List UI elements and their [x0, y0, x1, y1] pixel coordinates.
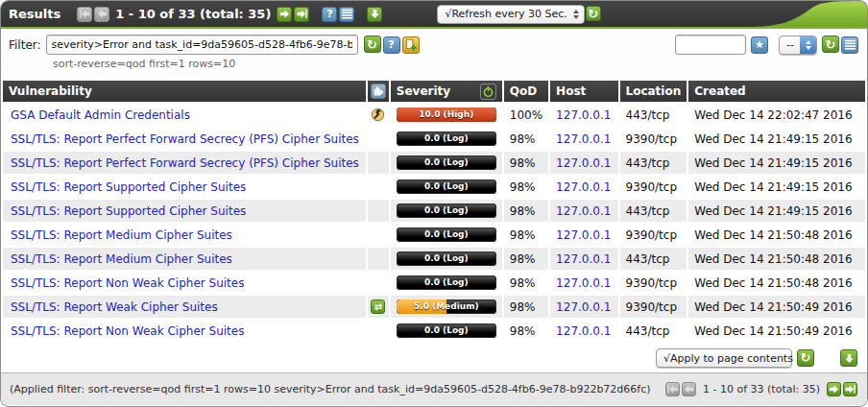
solution-type-cell: ⇄: [368, 296, 389, 318]
column-header-location[interactable]: Location: [620, 81, 687, 102]
created-cell: Wed Dec 14 21:49:15 2016: [688, 128, 865, 150]
next-page-button-top[interactable]: [277, 7, 292, 22]
host-cell: 127.0.0.1: [550, 296, 617, 318]
table-row: SSL/TLS: Report Non Weak Cipher Suites0.…: [3, 272, 865, 294]
column-header-created[interactable]: Created: [688, 81, 865, 102]
severity-cell: 0.0 (Log): [391, 224, 502, 246]
qod-cell: 98%: [504, 176, 548, 198]
refresh-interval-select[interactable]: √Refresh every 30 Sec.: [437, 5, 584, 24]
column-header-qod[interactable]: QoD: [504, 81, 548, 102]
filter-help-icon[interactable]: ?: [383, 36, 400, 54]
location-cell: 443/tcp: [620, 152, 687, 174]
vulnerability-cell: SSL/TLS: Report Non Weak Cipher Suites: [3, 272, 366, 294]
created-cell: Wed Dec 14 21:50:48 2016: [688, 224, 865, 246]
host-link[interactable]: 127.0.0.1: [556, 324, 611, 338]
location-cell: 443/tcp: [620, 200, 687, 222]
column-header-host[interactable]: Host: [550, 81, 617, 102]
vulnerability-link[interactable]: SSL/TLS: Report Non Weak Cipher Suites: [11, 276, 244, 290]
table-row: SSL/TLS: Report Supported Cipher Suites0…: [3, 200, 865, 222]
refresh-icon[interactable]: ↻: [586, 6, 601, 21]
saved-filters-select[interactable]: --: [779, 36, 817, 55]
pagination-range-top: 1 - 10 of 33 (total: 35): [115, 7, 271, 21]
severity-bar: 0.0 (Log): [397, 251, 496, 266]
toggle-overrides-icon[interactable]: [480, 84, 496, 100]
vulnerability-link[interactable]: SSL/TLS: Report Supported Cipher Suites: [11, 204, 246, 218]
solution-type-mitigate-icon: ⇄: [371, 299, 385, 314]
applied-filter-text: (Applied filter: sort-reverse=qod first=…: [10, 383, 651, 395]
next-page-button-bottom[interactable]: [827, 382, 841, 396]
results-window: Results 1 - 10 of 33 (total: 35) ? √Refr…: [0, 0, 868, 407]
table-row: SSL/TLS: Report Medium Cipher Suites0.0 …: [3, 224, 865, 246]
filter-input[interactable]: [46, 35, 358, 55]
filter-name-input[interactable]: [675, 35, 746, 55]
host-link[interactable]: 127.0.0.1: [556, 228, 611, 242]
last-page-button-top[interactable]: [294, 7, 309, 22]
host-link[interactable]: 127.0.0.1: [556, 204, 611, 218]
host-cell: 127.0.0.1: [550, 224, 617, 246]
switch-filter-icon[interactable]: ↻: [822, 36, 839, 53]
column-header-severity[interactable]: Severity: [391, 81, 502, 102]
severity-cell: 5.0 (Medium): [391, 296, 502, 318]
host-link[interactable]: 127.0.0.1: [556, 156, 611, 170]
vulnerability-link[interactable]: SSL/TLS: Report Medium Cipher Suites: [11, 252, 232, 266]
location-cell: 443/tcp: [620, 248, 687, 270]
vulnerability-link[interactable]: SSL/TLS: Report Medium Cipher Suites: [11, 228, 232, 242]
created-cell: Wed Dec 14 21:49:15 2016: [688, 176, 865, 198]
vulnerability-link[interactable]: GSA Default Admin Credentials: [11, 108, 190, 122]
severity-bar: 0.0 (Log): [397, 204, 496, 218]
qod-cell: 98%: [504, 200, 548, 222]
severity-cell: 10.0 (High): [391, 104, 502, 126]
host-link[interactable]: 127.0.0.1: [556, 180, 611, 194]
vulnerability-cell: SSL/TLS: Report Supported Cipher Suites: [3, 176, 366, 198]
column-header-solution-type[interactable]: [368, 81, 389, 102]
solution-type-cell: [368, 248, 389, 270]
vulnerability-cell: SSL/TLS: Report Perfect Forward Secrecy …: [3, 128, 366, 150]
new-filter-icon[interactable]: [402, 36, 420, 54]
created-cell: Wed Dec 14 22:02:47 2016: [688, 104, 865, 126]
severity-label: 0.0 (Log): [397, 227, 496, 242]
list-icon[interactable]: [339, 7, 354, 22]
solution-type-cell: [368, 104, 389, 126]
host-link[interactable]: 127.0.0.1: [556, 132, 611, 146]
download-icon[interactable]: [367, 7, 382, 22]
titlebar: Results 1 - 10 of 33 (total: 35) ? √Refr…: [1, 1, 867, 29]
vulnerability-link[interactable]: SSL/TLS: Report Supported Cipher Suites: [11, 180, 246, 194]
host-cell: 127.0.0.1: [550, 200, 617, 222]
severity-cell: 0.0 (Log): [391, 152, 502, 174]
solution-type-cell: [368, 176, 389, 198]
severity-cell: 0.0 (Log): [391, 248, 502, 270]
severity-cell: 0.0 (Log): [391, 320, 502, 342]
solution-type-puzzle-icon[interactable]: [371, 84, 386, 99]
host-link[interactable]: 127.0.0.1: [556, 300, 611, 314]
solution-type-cell: [368, 200, 389, 222]
apply-to-value: √Apply to page contents: [663, 352, 793, 365]
edit-filters-icon[interactable]: [841, 36, 858, 54]
vulnerability-link[interactable]: SSL/TLS: Report Weak Cipher Suites: [11, 300, 218, 314]
severity-bar: 0.0 (Log): [397, 275, 496, 290]
apply-to-select[interactable]: √Apply to page contents: [656, 348, 792, 368]
host-link[interactable]: 127.0.0.1: [556, 252, 611, 266]
update-filter-icon[interactable]: ↻: [364, 36, 381, 53]
host-link[interactable]: 127.0.0.1: [556, 276, 611, 290]
apply-refresh-icon[interactable]: ↻: [797, 349, 814, 367]
results-table: Vulnerability Severity QoD Host Location…: [1, 79, 867, 344]
qod-cell: 98%: [504, 224, 548, 246]
vulnerability-cell: SSL/TLS: Report Medium Cipher Suites: [3, 248, 366, 270]
host-link[interactable]: 127.0.0.1: [556, 108, 611, 122]
column-header-vulnerability[interactable]: Vulnerability: [3, 81, 366, 102]
select-updown-icon: [573, 10, 579, 19]
vulnerability-link[interactable]: SSL/TLS: Report Perfect Forward Secrecy …: [11, 156, 359, 170]
qod-cell: 98%: [504, 152, 548, 174]
created-cell: Wed Dec 14 21:50:48 2016: [688, 272, 865, 294]
help-icon[interactable]: ?: [322, 7, 337, 22]
save-filter-star-icon[interactable]: ★: [751, 36, 768, 54]
last-page-button-bottom[interactable]: [843, 382, 857, 396]
vulnerability-link[interactable]: SSL/TLS: Report Non Weak Cipher Suites: [11, 324, 244, 338]
severity-cell: 0.0 (Log): [391, 176, 502, 198]
created-cell: Wed Dec 14 21:49:15 2016: [688, 200, 865, 222]
first-page-button-top: [77, 7, 92, 22]
host-cell: 127.0.0.1: [550, 104, 617, 126]
vulnerability-link[interactable]: SSL/TLS: Report Perfect Forward Secrecy …: [11, 132, 359, 146]
severity-label: 0.0 (Log): [397, 180, 496, 194]
export-download-icon[interactable]: [840, 349, 857, 367]
